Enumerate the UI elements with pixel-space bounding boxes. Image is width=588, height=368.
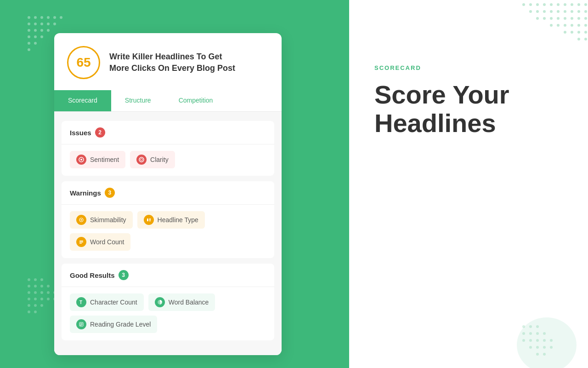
svg-point-25 bbox=[34, 285, 37, 288]
svg-point-45 bbox=[139, 157, 144, 162]
svg-point-42 bbox=[34, 310, 37, 313]
svg-point-38 bbox=[28, 304, 30, 307]
issues-section: Issues 2 Sentiment bbox=[62, 121, 274, 176]
svg-point-9 bbox=[47, 23, 50, 25]
blob-bottom-right-decoration bbox=[514, 308, 579, 368]
svg-point-71 bbox=[529, 10, 532, 13]
word-count-icon bbox=[76, 237, 86, 247]
clarity-pill[interactable]: Clarity bbox=[130, 151, 175, 168]
skimmability-label: Skimmability bbox=[90, 216, 126, 224]
svg-point-72 bbox=[536, 10, 539, 13]
svg-point-110 bbox=[536, 339, 539, 342]
svg-point-1 bbox=[34, 16, 37, 19]
headline-line1: Score Your bbox=[374, 80, 509, 109]
tab-scorecard[interactable]: Scorecard bbox=[54, 90, 111, 111]
svg-point-102 bbox=[529, 325, 532, 328]
svg-point-68 bbox=[571, 3, 573, 6]
card-header: 65 Write Killer Headlines To GetMore Cli… bbox=[54, 33, 282, 90]
svg-point-3 bbox=[47, 16, 50, 19]
svg-point-91 bbox=[571, 24, 573, 27]
svg-point-92 bbox=[577, 24, 580, 27]
headline-text: Write Killer Headlines To GetMore Clicks… bbox=[109, 51, 235, 74]
svg-point-105 bbox=[529, 332, 532, 335]
word-count-label: Word Count bbox=[90, 238, 124, 246]
svg-point-85 bbox=[571, 17, 573, 20]
svg-point-24 bbox=[28, 285, 30, 288]
good-results-badge: 3 bbox=[119, 270, 129, 280]
scorecard-headline: Score Your Headlines bbox=[374, 80, 563, 137]
svg-point-66 bbox=[557, 3, 560, 6]
svg-rect-53 bbox=[79, 242, 83, 243]
svg-point-17 bbox=[40, 35, 43, 38]
svg-point-35 bbox=[40, 298, 43, 300]
warnings-badge: 3 bbox=[105, 188, 115, 198]
svg-point-8 bbox=[40, 23, 43, 25]
svg-point-95 bbox=[571, 31, 573, 34]
svg-point-116 bbox=[550, 346, 553, 349]
svg-rect-60 bbox=[80, 325, 82, 326]
svg-point-109 bbox=[529, 339, 532, 342]
svg-point-67 bbox=[564, 3, 566, 6]
reading-grade-pill[interactable]: Reading Grade Level bbox=[70, 316, 157, 333]
svg-point-74 bbox=[550, 10, 553, 13]
good-results-section: Good Results 3 T Character Count bbox=[62, 264, 274, 340]
score-value: 65 bbox=[76, 55, 90, 70]
svg-point-76 bbox=[564, 10, 566, 13]
svg-rect-59 bbox=[80, 324, 83, 325]
svg-point-70 bbox=[584, 3, 587, 6]
svg-point-18 bbox=[28, 42, 30, 45]
svg-point-20 bbox=[28, 48, 30, 51]
svg-rect-49 bbox=[147, 218, 148, 221]
reading-grade-label: Reading Grade Level bbox=[90, 321, 151, 328]
svg-point-48 bbox=[81, 219, 82, 221]
svg-point-61 bbox=[522, 3, 525, 6]
svg-point-14 bbox=[47, 29, 50, 32]
skimmability-icon bbox=[76, 215, 86, 225]
svg-point-84 bbox=[564, 17, 566, 20]
clarity-icon bbox=[136, 155, 147, 165]
sentiment-pill[interactable]: Sentiment bbox=[70, 151, 125, 168]
svg-point-62 bbox=[529, 3, 532, 6]
svg-point-81 bbox=[543, 17, 546, 20]
sentiment-icon bbox=[76, 155, 86, 165]
svg-point-4 bbox=[53, 16, 56, 19]
clarity-label: Clarity bbox=[150, 156, 169, 163]
svg-point-99 bbox=[584, 38, 587, 40]
headline-type-pill[interactable]: Headline Type bbox=[137, 211, 205, 229]
svg-point-19 bbox=[34, 42, 37, 45]
svg-rect-51 bbox=[149, 220, 151, 221]
svg-point-87 bbox=[584, 17, 587, 20]
svg-point-107 bbox=[543, 332, 546, 335]
svg-point-93 bbox=[584, 24, 587, 27]
svg-point-88 bbox=[550, 24, 553, 27]
headline-type-icon bbox=[144, 215, 154, 225]
reading-grade-icon bbox=[76, 319, 86, 329]
right-panel: SCORECARD Score Your Headlines bbox=[349, 0, 588, 368]
svg-point-30 bbox=[40, 291, 43, 294]
svg-point-97 bbox=[584, 31, 587, 34]
good-results-items: T Character Count bbox=[62, 287, 274, 340]
word-balance-pill[interactable]: Word Balance bbox=[148, 293, 215, 311]
character-count-pill[interactable]: T Character Count bbox=[70, 293, 144, 311]
svg-point-108 bbox=[522, 339, 525, 342]
word-balance-icon bbox=[155, 297, 165, 307]
svg-point-16 bbox=[34, 35, 37, 38]
tab-competition[interactable]: Competition bbox=[165, 90, 227, 111]
word-count-pill[interactable]: Word Count bbox=[70, 233, 130, 251]
svg-rect-54 bbox=[79, 243, 82, 244]
skimmability-pill[interactable]: Skimmability bbox=[70, 211, 133, 229]
issues-badge: 2 bbox=[95, 127, 105, 138]
svg-point-0 bbox=[28, 16, 30, 19]
svg-point-82 bbox=[550, 17, 553, 20]
svg-point-34 bbox=[34, 298, 37, 300]
good-results-title: Good Results bbox=[70, 271, 115, 279]
svg-point-64 bbox=[543, 3, 546, 6]
issues-header: Issues 2 bbox=[62, 121, 274, 144]
tab-structure[interactable]: Structure bbox=[111, 90, 165, 111]
svg-point-31 bbox=[47, 291, 50, 294]
svg-point-103 bbox=[536, 325, 539, 328]
character-count-icon: T bbox=[76, 297, 86, 307]
svg-point-15 bbox=[28, 35, 30, 38]
svg-point-89 bbox=[557, 24, 560, 27]
svg-point-41 bbox=[28, 310, 30, 313]
